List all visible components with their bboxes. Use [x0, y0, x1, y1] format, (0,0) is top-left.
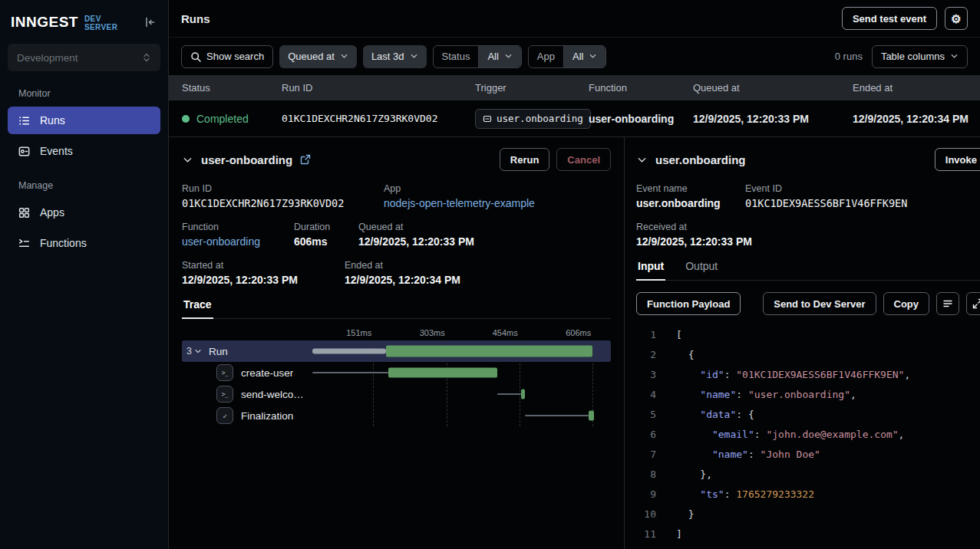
trace-collapse-toggle[interactable]: 3	[186, 346, 202, 357]
payload-code-editor[interactable]: 1[2 {3 "id": "01KC1DEX9AESS6BF1V46FFK9EN…	[636, 325, 980, 549]
chevron-down-icon	[194, 347, 202, 355]
function-link[interactable]: user-onboarding	[182, 235, 294, 248]
code-line: 11]	[636, 524, 980, 544]
function-payload-button[interactable]: Function Payload	[636, 292, 741, 315]
sidebar-header: INNGEST DEV SERVER	[0, 0, 168, 39]
trace-row-finalization[interactable]: ✓Finalization	[182, 405, 611, 426]
sidebar-item-functions[interactable]: Functions	[8, 229, 160, 257]
column-header-function[interactable]: Function	[589, 82, 693, 94]
table-columns-label: Table columns	[881, 51, 945, 62]
cancel-button[interactable]: Cancel	[556, 148, 611, 171]
line-number: 9	[636, 485, 656, 505]
function-label: Function	[182, 222, 294, 232]
app-root: INNGEST DEV SERVER Development Monitor R…	[0, 0, 980, 549]
rerun-button[interactable]: Rerun	[500, 148, 550, 171]
column-header-run-id[interactable]: Run ID	[282, 82, 475, 94]
code-text: "id": "01KC1DEX9AESS6BF1V46FFK9EN",	[676, 365, 910, 385]
trace-row-label: Finalization	[241, 410, 293, 422]
step-terminal-icon: >_	[216, 364, 233, 381]
ended-at-value: 12/9/2025, 12:20:34 PM	[345, 274, 460, 286]
wrap-lines-button[interactable]	[936, 292, 959, 315]
show-search-button[interactable]: Show search	[181, 45, 273, 68]
code-text: }	[676, 505, 694, 524]
tab-trace[interactable]: Trace	[182, 298, 213, 319]
collapse-sidebar-button[interactable]	[142, 15, 157, 30]
table-columns-button[interactable]: Table columns	[872, 45, 968, 68]
event-name-value: user.onboarding	[636, 197, 745, 209]
code-text: "name": "user.onboarding",	[676, 385, 856, 405]
chevron-up-down-icon	[142, 53, 151, 62]
open-function-link[interactable]	[300, 154, 311, 165]
detail-area: user-onboarding Rerun Cancel Run ID 01KC…	[169, 136, 980, 549]
ended-at-cell: 12/9/2025, 12:20:34 PM	[853, 113, 980, 125]
code-line: 1[	[636, 325, 980, 345]
app-filter[interactable]: App All	[528, 45, 607, 68]
trace-active-bar	[388, 368, 497, 378]
time-range-filter[interactable]: Last 3d	[363, 45, 427, 68]
code-text: },	[676, 465, 712, 485]
inngest-logo: INNGEST	[11, 14, 78, 31]
event-id-field: Event ID 01KC1DEX9AESS6BF1V46FFK9EN	[745, 183, 907, 209]
sidebar-item-runs[interactable]: Runs	[8, 107, 160, 134]
sidebar-item-events[interactable]: Events	[8, 137, 160, 165]
trace-row-send-welco-[interactable]: >_send-welco…	[182, 383, 611, 405]
step-check-icon: ✓	[216, 407, 233, 424]
trace-rows: 3Run>_create-user>_send-welco…✓Finalizat…	[182, 340, 611, 426]
topbar: Runs Send test event ⚙	[169, 0, 980, 38]
send-to-dev-server-button[interactable]: Send to Dev Server	[763, 292, 876, 315]
environment-select[interactable]: Development	[8, 44, 160, 71]
run-table-row[interactable]: Completed 01KC1DEXCHR2N617Z93RK0VD02 use…	[169, 100, 980, 136]
code-text: [	[676, 325, 682, 345]
manage-section-label: Manage	[0, 166, 168, 197]
settings-button[interactable]: ⚙	[945, 7, 968, 30]
collapse-run-detail-button[interactable]	[182, 154, 193, 166]
queued-at-filter[interactable]: Queued at	[279, 45, 357, 68]
column-header-queued-at[interactable]: Queued at	[693, 82, 853, 94]
search-icon	[190, 51, 201, 62]
payload-toolbar: Function Payload Send to Dev Server Copy	[636, 292, 980, 315]
code-line: 6 "email": "john.doe@example.com",	[636, 425, 980, 445]
event-name-label: Event name	[636, 183, 745, 194]
app-link[interactable]: nodejs-open-telemetry-example	[384, 197, 535, 209]
filter-bar: Show search Queued at Last 3d Status All…	[169, 38, 980, 75]
code-text: "name": "John Doe"	[676, 445, 820, 465]
column-header-trigger[interactable]: Trigger	[475, 82, 589, 94]
trace-row-canvas	[312, 383, 605, 405]
status-filter[interactable]: Status All	[433, 45, 522, 68]
tab-output[interactable]: Output	[684, 260, 719, 280]
trace-active-bar	[589, 411, 594, 421]
trace-wait-bar	[312, 372, 388, 373]
chevron-down-icon	[950, 52, 959, 61]
expand-button[interactable]	[966, 292, 980, 315]
duration-label: Duration	[294, 222, 358, 232]
collapse-event-detail-button[interactable]	[636, 154, 648, 166]
events-icon	[18, 145, 31, 158]
invoke-button[interactable]: Invoke	[935, 148, 980, 171]
trace-row-label-area: 3Run	[182, 346, 312, 357]
trace-step-count: 3	[186, 346, 192, 357]
status-filter-label: Status	[434, 46, 479, 67]
column-header-status[interactable]: Status	[182, 82, 282, 94]
trace-waterfall: 151ms303ms454ms606ms 3Run>_create-user>_…	[182, 327, 611, 426]
trace-body: 3Run>_create-user>_send-welco…✓Finalizat…	[182, 340, 611, 426]
send-test-event-button[interactable]: Send test event	[842, 7, 937, 30]
copy-button[interactable]: Copy	[883, 292, 930, 315]
received-at-label: Received at	[636, 222, 752, 232]
environment-value: Development	[17, 52, 78, 64]
code-text: "email": "john.doe@example.com",	[676, 425, 904, 445]
sidebar-item-label: Events	[40, 145, 73, 157]
column-header-ended-at[interactable]: Ended at	[853, 82, 980, 94]
trace-row-run[interactable]: 3Run	[182, 340, 611, 362]
trace-active-bar	[386, 346, 592, 357]
sidebar-item-apps[interactable]: Apps	[8, 199, 160, 226]
line-number: 5	[636, 405, 656, 425]
trigger-badge[interactable]: user.onboarding	[475, 109, 591, 129]
trace-row-create-user[interactable]: >_create-user	[182, 362, 611, 383]
line-number: 3	[636, 365, 656, 385]
page-title: Runs	[181, 12, 210, 25]
wrap-lines-icon	[942, 298, 953, 309]
apps-icon	[18, 206, 31, 219]
queued-at-label: Queued at	[358, 222, 474, 232]
status-dot-icon	[182, 115, 190, 123]
tab-input[interactable]: Input	[636, 260, 665, 281]
